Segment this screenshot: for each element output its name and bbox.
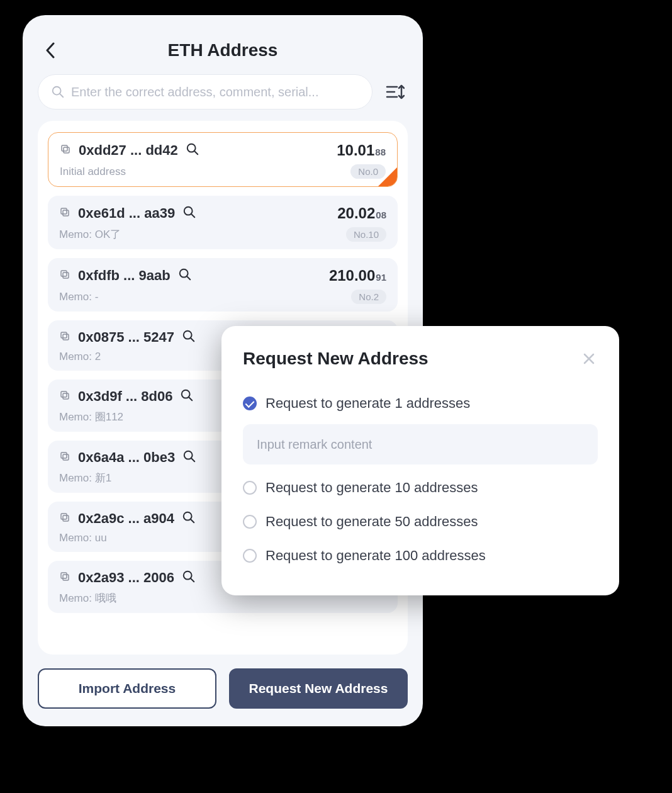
explorer-icon[interactable] xyxy=(178,267,192,284)
request-new-address-button[interactable]: Request New Address xyxy=(229,668,408,709)
radio-icon[interactable] xyxy=(243,549,257,563)
balance-decimals: 08 xyxy=(376,210,386,220)
modal-header: Request New Address xyxy=(243,349,598,369)
search-icon xyxy=(51,85,65,99)
svg-line-12 xyxy=(191,214,194,217)
copy-icon[interactable] xyxy=(59,269,70,283)
option-label: Request to generate 10 addresses xyxy=(266,480,478,496)
serial-badge: No.2 xyxy=(351,290,386,304)
svg-rect-10 xyxy=(61,208,67,214)
address-left: 0x0875 ... 5247 xyxy=(59,329,196,346)
svg-line-8 xyxy=(194,151,198,154)
memo-text: Memo: - xyxy=(59,291,98,303)
address-left: 0xfdfb ... 9aab xyxy=(59,267,192,284)
sort-button[interactable] xyxy=(383,79,408,104)
copy-icon[interactable] xyxy=(59,571,70,585)
explorer-icon[interactable] xyxy=(182,329,196,346)
explorer-icon[interactable] xyxy=(182,205,196,222)
address-text: 0x6a4a ... 0be3 xyxy=(78,449,175,466)
svg-rect-17 xyxy=(63,334,69,340)
copy-icon[interactable] xyxy=(59,330,70,344)
explorer-icon[interactable] xyxy=(186,142,199,159)
address-text: 0x3d9f ... 8d06 xyxy=(78,388,172,405)
memo-text: Memo: 圈112 xyxy=(59,410,123,424)
copy-icon[interactable] xyxy=(59,451,70,464)
balance-main: 10.01 xyxy=(337,142,374,159)
svg-line-20 xyxy=(191,338,194,341)
svg-rect-21 xyxy=(63,393,69,399)
back-button[interactable] xyxy=(38,38,63,63)
svg-rect-22 xyxy=(61,391,67,397)
address-row-bottom: Memo: OK了No.10 xyxy=(59,227,386,242)
import-address-button[interactable]: Import Address xyxy=(38,668,216,709)
page-title: ETH Address xyxy=(23,40,423,60)
address-left: 0x2a9c ... a904 xyxy=(59,510,196,527)
balance-main: 20.02 xyxy=(337,205,375,222)
address-item[interactable]: 0xdd27 ... dd4210.0188Initial addressNo.… xyxy=(48,132,398,187)
address-row-bottom: Memo: -No.2 xyxy=(59,290,386,304)
svg-line-16 xyxy=(187,276,190,279)
radio-icon[interactable] xyxy=(243,481,257,495)
svg-rect-34 xyxy=(61,573,67,578)
remark-box xyxy=(243,424,598,464)
address-text: 0xdd27 ... dd42 xyxy=(79,142,178,159)
address-item[interactable]: 0xfdfb ... 9aab210.0091Memo: -No.2 xyxy=(48,258,398,312)
option-label: Request to generate 100 addresses xyxy=(266,548,486,564)
address-text: 0xfdfb ... 9aab xyxy=(78,267,171,284)
explorer-icon[interactable] xyxy=(182,510,196,527)
generate-option[interactable]: Request to generate 100 addresses xyxy=(243,539,598,573)
search-row xyxy=(23,74,423,121)
copy-icon[interactable] xyxy=(59,390,70,403)
address-text: 0x0875 ... 5247 xyxy=(78,329,174,346)
address-row-top: 0xdd27 ... dd4210.0188 xyxy=(60,142,386,159)
svg-line-24 xyxy=(189,397,193,400)
modal-close-button[interactable] xyxy=(580,350,598,368)
selected-flag-icon xyxy=(378,167,398,187)
serial-badge: No.10 xyxy=(346,227,386,242)
address-item[interactable]: 0xe61d ... aa3920.0208Memo: OK了No.10 xyxy=(48,196,398,249)
search-input[interactable] xyxy=(71,85,359,99)
balance: 210.0091 xyxy=(329,267,386,284)
address-row-top: 0xfdfb ... 9aab210.0091 xyxy=(59,267,386,284)
copy-icon[interactable] xyxy=(59,206,70,220)
header: ETH Address xyxy=(23,15,423,74)
svg-line-1 xyxy=(60,94,63,97)
explorer-icon[interactable] xyxy=(180,388,194,405)
explorer-icon[interactable] xyxy=(182,449,196,466)
memo-text: Memo: 2 xyxy=(59,351,101,363)
radio-icon[interactable] xyxy=(243,515,257,529)
balance-main: 210.00 xyxy=(329,267,375,284)
generate-option[interactable]: Request to generate 10 addresses xyxy=(243,471,598,505)
remark-input[interactable] xyxy=(257,437,584,452)
svg-rect-26 xyxy=(61,453,67,458)
svg-rect-25 xyxy=(63,454,69,460)
chevron-left-icon xyxy=(45,42,55,59)
svg-rect-9 xyxy=(63,210,69,216)
address-left: 0x3d9f ... 8d06 xyxy=(59,388,194,405)
generate-option[interactable]: Request to generate 1 addresses xyxy=(243,386,598,420)
copy-icon[interactable] xyxy=(59,512,70,526)
balance: 10.0188 xyxy=(337,142,386,159)
svg-rect-14 xyxy=(61,271,67,276)
svg-line-36 xyxy=(191,578,194,582)
address-row-top: 0xe61d ... aa3920.0208 xyxy=(59,205,386,222)
memo-text: Initial address xyxy=(60,166,126,178)
sort-icon xyxy=(386,84,405,100)
memo-text: Memo: OK了 xyxy=(59,227,121,242)
memo-text: Memo: 哦哦 xyxy=(59,591,116,605)
svg-line-32 xyxy=(191,519,194,522)
search-box[interactable] xyxy=(38,74,372,110)
address-left: 0xe61d ... aa39 xyxy=(59,205,196,222)
address-left: 0x2a93 ... 2006 xyxy=(59,570,196,586)
svg-rect-29 xyxy=(63,515,69,521)
balance: 20.0208 xyxy=(337,205,386,222)
radio-checked-icon[interactable] xyxy=(243,396,257,410)
generate-option[interactable]: Request to generate 50 addresses xyxy=(243,505,598,539)
close-icon xyxy=(583,353,595,364)
memo-text: Memo: 新1 xyxy=(59,471,111,485)
explorer-icon[interactable] xyxy=(182,570,196,586)
svg-line-28 xyxy=(191,458,194,461)
footer: Import Address Request New Address xyxy=(23,655,423,726)
memo-text: Memo: uu xyxy=(59,532,107,544)
copy-icon[interactable] xyxy=(60,143,71,157)
